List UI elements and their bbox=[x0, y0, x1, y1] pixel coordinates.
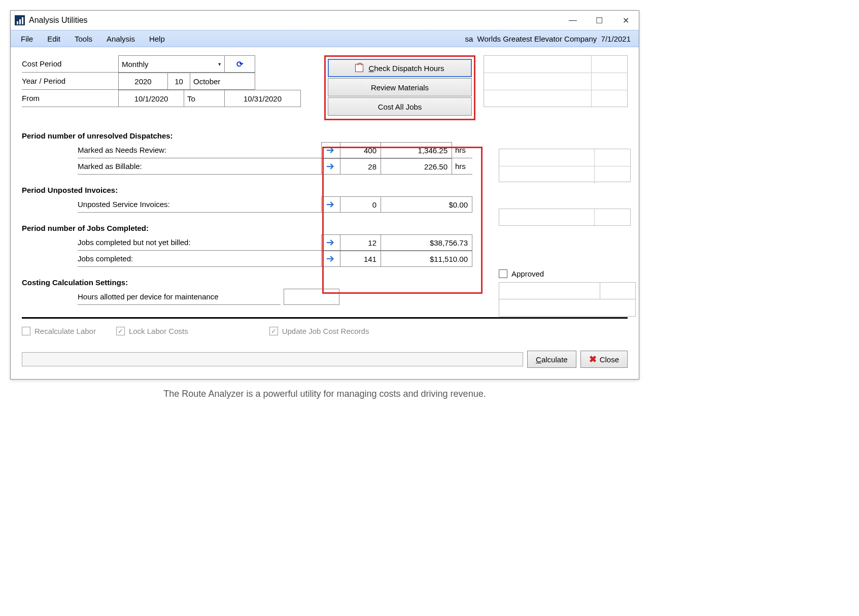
refresh-button[interactable]: ⟳ bbox=[225, 55, 255, 73]
needs-review-count: 400 bbox=[340, 142, 381, 158]
needs-review-drilldown[interactable] bbox=[321, 142, 340, 158]
cost-all-jobs-button[interactable]: Cost All Jobs bbox=[328, 97, 472, 116]
arrow-right-icon bbox=[326, 147, 335, 154]
hrs-unit-2: hrs bbox=[452, 158, 472, 175]
billable-label: Marked as Billable: bbox=[78, 158, 321, 175]
dispatches-heading: Period number of unresolved Dispatches: bbox=[22, 131, 487, 140]
close-button[interactable]: ✖ Close bbox=[580, 351, 628, 368]
invoice-side-grid bbox=[499, 209, 631, 226]
top-right-grid bbox=[484, 55, 628, 107]
hrs-unit: hrs bbox=[452, 142, 472, 158]
analysis-utilities-window: Analysis Utilities — ☐ ✕ File Edit Tools… bbox=[10, 10, 639, 380]
arrow-right-icon bbox=[326, 239, 335, 246]
figure-caption: The Route Analyzer is a powerful utility… bbox=[10, 389, 639, 399]
billable-count: 28 bbox=[340, 158, 381, 175]
unposted-amount: $0.00 bbox=[381, 196, 472, 213]
status-bar bbox=[22, 352, 523, 366]
hours-allotted-input[interactable] bbox=[284, 289, 339, 305]
jobs-completed-drilldown[interactable] bbox=[321, 251, 340, 267]
menu-file[interactable]: File bbox=[14, 32, 40, 45]
hours-allotted-label: Hours allotted per device for maintenanc… bbox=[78, 289, 281, 305]
options-row: Recalculate Labor ✓Lock Labor Costs ✓Upd… bbox=[22, 327, 628, 335]
jobs-unbilled-drilldown[interactable] bbox=[321, 234, 340, 251]
billable-drilldown[interactable] bbox=[321, 158, 340, 175]
jobs-completed-amount: $11,510.00 bbox=[381, 251, 472, 267]
close-window-button[interactable]: ✕ bbox=[612, 11, 639, 30]
to-date-input[interactable]: 10/31/2020 bbox=[225, 90, 301, 107]
approved-panel: Approved bbox=[499, 269, 636, 317]
minimize-button[interactable]: — bbox=[560, 11, 586, 30]
menu-help[interactable]: Help bbox=[142, 32, 172, 45]
app-icon bbox=[15, 15, 25, 25]
context-date: 7/1/2021 bbox=[601, 35, 631, 43]
context-user: sa bbox=[465, 35, 473, 43]
context-info: sa Worlds Greatest Elevator Company 7/1/… bbox=[465, 35, 636, 43]
arrow-right-icon bbox=[326, 163, 335, 170]
year-period-label: Year / Period bbox=[22, 73, 118, 90]
approved-checkbox[interactable] bbox=[499, 269, 507, 278]
to-label: To bbox=[184, 90, 225, 107]
dispatch-side-grid bbox=[499, 149, 631, 182]
menu-analysis[interactable]: Analysis bbox=[99, 32, 142, 45]
billable-hours: 226.50 bbox=[381, 158, 452, 175]
cost-period-label: Cost Period bbox=[22, 55, 118, 73]
clipboard-icon bbox=[355, 64, 363, 72]
needs-review-label: Marked as Needs Review: bbox=[78, 142, 321, 158]
cost-period-dropdown[interactable]: Monthly ▾ bbox=[118, 55, 225, 73]
refresh-icon: ⟳ bbox=[236, 59, 243, 69]
jobs-completed-label: Jobs completed: bbox=[78, 251, 321, 267]
calculate-button[interactable]: Calculate bbox=[527, 351, 576, 368]
unposted-drilldown[interactable] bbox=[321, 196, 340, 213]
arrow-right-icon bbox=[326, 201, 335, 208]
filter-panel: Cost Period Monthly ▾ ⟳ Year / Period 20… bbox=[22, 55, 321, 107]
unposted-label: Unposted Service Invoices: bbox=[78, 196, 321, 213]
lock-labor-costs-checkbox[interactable]: ✓Lock Labor Costs bbox=[116, 327, 188, 335]
from-date-input[interactable]: 10/1/2020 bbox=[118, 90, 184, 107]
context-company: Worlds Greatest Elevator Company bbox=[477, 35, 597, 43]
menu-edit[interactable]: Edit bbox=[40, 32, 67, 45]
check-dispatch-hours-button[interactable]: Check Dispatch Hours bbox=[328, 59, 472, 77]
window-title: Analysis Utilities bbox=[29, 16, 560, 25]
recalculate-labor-checkbox[interactable]: Recalculate Labor bbox=[22, 327, 96, 335]
jobs-completed-count: 141 bbox=[340, 251, 381, 267]
review-materials-button[interactable]: Review Materials bbox=[328, 78, 472, 96]
invoices-heading: Period Unposted Invoices: bbox=[22, 186, 628, 194]
approved-label: Approved bbox=[511, 269, 544, 278]
update-job-cost-checkbox[interactable]: ✓Update Job Cost Records bbox=[269, 327, 369, 335]
menu-tools[interactable]: Tools bbox=[67, 32, 99, 45]
jobs-unbilled-label: Jobs completed but not yet billed: bbox=[78, 234, 321, 251]
close-icon: ✖ bbox=[589, 354, 597, 365]
needs-review-hours: 1,346.25 bbox=[381, 142, 452, 158]
divider bbox=[22, 317, 628, 319]
actions-highlight: Check Dispatch Hours Review Materials Co… bbox=[324, 55, 475, 120]
jobs-unbilled-count: 12 bbox=[340, 234, 381, 251]
year-input[interactable]: 2020 bbox=[118, 73, 168, 90]
chevron-down-icon: ▾ bbox=[218, 61, 221, 67]
cost-period-value: Monthly bbox=[122, 60, 149, 69]
titlebar: Analysis Utilities — ☐ ✕ bbox=[11, 11, 639, 30]
period-month: October bbox=[190, 73, 255, 90]
from-label: From bbox=[22, 90, 118, 107]
unposted-count: 0 bbox=[340, 196, 381, 213]
jobs-unbilled-amount: $38,756.73 bbox=[381, 234, 472, 251]
period-number-input[interactable]: 10 bbox=[168, 73, 190, 90]
content-area: Cost Period Monthly ▾ ⟳ Year / Period 20… bbox=[11, 47, 639, 379]
arrow-right-icon bbox=[326, 255, 335, 262]
menubar: File Edit Tools Analysis Help sa Worlds … bbox=[11, 30, 639, 47]
maximize-button[interactable]: ☐ bbox=[586, 11, 612, 30]
